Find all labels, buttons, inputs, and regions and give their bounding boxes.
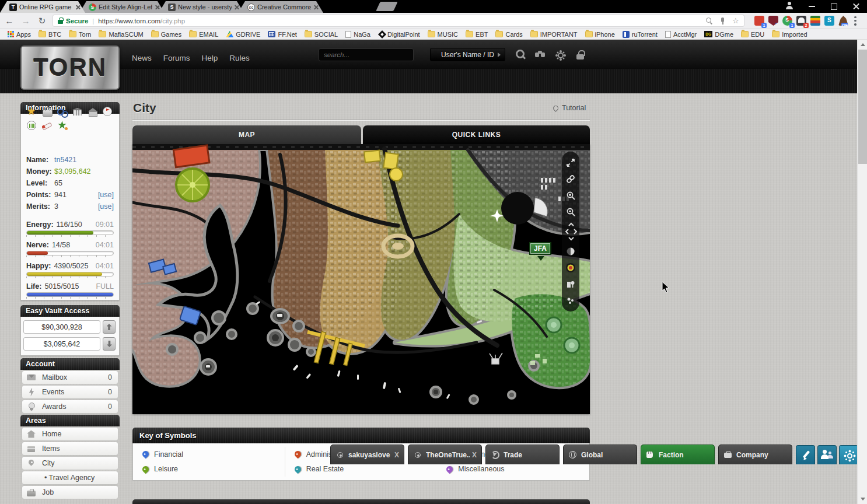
landmarks-icon[interactable] xyxy=(564,278,577,290)
locate-icon[interactable] xyxy=(564,261,577,274)
user-dropdown[interactable]: User's Name / ID xyxy=(430,48,505,61)
bookmark-item[interactable]: SOCIAL xyxy=(305,31,338,38)
chat-tab[interactable]: Global xyxy=(563,444,637,464)
browser-tab[interactable]: Online RPG game | TORN xyxy=(0,1,85,13)
nav-link[interactable]: News xyxy=(132,54,152,62)
close-button[interactable] xyxy=(845,0,867,13)
bookmark-item[interactable]: IMPORTANT xyxy=(530,31,578,38)
bookmark-item[interactable]: MUSIC xyxy=(428,31,458,38)
star-icon[interactable] xyxy=(26,106,38,117)
briefcase-icon[interactable] xyxy=(41,106,53,117)
chat-tab[interactable]: TheOneTrue...X xyxy=(408,444,482,464)
area-item[interactable]: City xyxy=(22,456,118,470)
chain-icon[interactable] xyxy=(57,106,68,117)
compose-icon[interactable] xyxy=(796,445,815,464)
tutorial-link[interactable]: Tutorial xyxy=(553,104,586,112)
people-icon[interactable] xyxy=(817,445,837,464)
bookmark-item[interactable]: EBT xyxy=(466,31,488,38)
city-map[interactable]: JFA xyxy=(132,144,590,414)
settings-icon[interactable] xyxy=(839,445,858,464)
bookmark-item[interactable]: Torn xyxy=(69,31,91,38)
area-item[interactable]: Home xyxy=(22,427,118,441)
nav-link[interactable]: Forums xyxy=(163,54,190,62)
area-item[interactable]: Job xyxy=(22,485,118,499)
scroll-up-icon[interactable] xyxy=(858,40,867,50)
browser-tab[interactable]: Creative Commons — A xyxy=(238,1,323,13)
estate-icon[interactable] xyxy=(87,106,99,117)
bookmark-item[interactable]: Cards xyxy=(495,31,522,38)
url-path[interactable]: /city.php xyxy=(160,18,185,24)
nav-link[interactable]: Help xyxy=(202,54,218,62)
back-button[interactable]: ← xyxy=(2,14,16,28)
bookmark-item[interactable]: DG DGme xyxy=(704,31,733,38)
forward-button[interactable]: → xyxy=(19,14,33,28)
extension-icon[interactable]: 2 xyxy=(796,16,806,26)
vault-deposit-button[interactable] xyxy=(103,320,116,334)
pan-icon[interactable] xyxy=(564,222,577,242)
tab-close-icon[interactable] xyxy=(234,5,239,10)
tab-close-icon[interactable] xyxy=(75,5,81,10)
addiction-icon[interactable] xyxy=(41,120,53,131)
lock-icon[interactable] xyxy=(575,50,586,60)
bookmark-item[interactable]: ruTorrent xyxy=(623,31,658,38)
chat-close-icon[interactable]: X xyxy=(472,451,477,459)
chat-close-icon[interactable]: X xyxy=(394,451,399,459)
bookmark-item[interactable]: EMAIL xyxy=(189,31,218,38)
bookmark-item[interactable]: Imported xyxy=(772,31,807,38)
scrollbar[interactable] xyxy=(857,40,867,504)
racing-icon[interactable] xyxy=(102,106,114,117)
bookmark-item[interactable]: BTC xyxy=(39,31,61,38)
bookmark-item[interactable]: Apps xyxy=(8,31,31,38)
account-item[interactable]: Events 0 xyxy=(22,385,118,399)
browser-tab[interactable]: New style - userstyles.or xyxy=(159,1,244,13)
bank-icon[interactable] xyxy=(72,106,83,117)
chat-tab[interactable]: Trade xyxy=(485,444,560,464)
chat-tab[interactable]: Faction xyxy=(641,444,715,464)
gear-icon[interactable] xyxy=(555,50,565,60)
chat-tab[interactable]: sakuyasloveX xyxy=(330,444,404,464)
extension-icon[interactable]: OFF xyxy=(838,16,848,26)
map-marker-jfa[interactable]: JFA xyxy=(529,242,551,255)
minimize-button[interactable] xyxy=(800,0,823,13)
bookmark-item[interactable]: DigitalPoint xyxy=(378,31,420,38)
refresh-button[interactable]: ↻ xyxy=(35,14,49,28)
extension-icon[interactable] xyxy=(810,16,820,26)
area-item[interactable]: • Travel Agency xyxy=(22,471,118,485)
bookmark-item[interactable]: iPhone xyxy=(585,31,615,38)
contrast-icon[interactable] xyxy=(564,245,577,258)
nav-link[interactable]: Rules xyxy=(229,54,250,62)
vault-money-input[interactable] xyxy=(23,337,100,351)
site-search-input[interactable] xyxy=(319,48,414,61)
tab-map[interactable]: MAP xyxy=(132,125,361,144)
account-item[interactable]: Mailbox 0 xyxy=(22,370,118,384)
tab-close-icon[interactable] xyxy=(155,5,160,10)
extension-icon[interactable] xyxy=(824,16,834,26)
bookmark-item[interactable]: FF.Net xyxy=(268,31,296,38)
scroll-down-icon[interactable] xyxy=(858,494,867,504)
vault-withdraw-button[interactable] xyxy=(103,337,116,351)
stats-icon[interactable] xyxy=(26,120,38,131)
use-link[interactable]: [use] xyxy=(98,191,114,199)
browser-tab[interactable]: Edit Style Align-Left Torn xyxy=(79,1,165,13)
security-label[interactable]: Secure xyxy=(66,18,88,24)
bookmark-item[interactable]: EDU xyxy=(741,31,764,38)
vault-balance-input[interactable] xyxy=(23,320,100,334)
zoom-icon[interactable] xyxy=(705,17,714,25)
extension-icon[interactable]: 1 xyxy=(782,16,792,26)
expand-icon[interactable] xyxy=(564,156,577,169)
link-icon[interactable] xyxy=(564,173,577,186)
bookmark-item[interactable]: AcctMgr xyxy=(665,31,697,38)
zoom-in-icon[interactable] xyxy=(564,189,577,202)
zoom-out-icon[interactable] xyxy=(564,205,577,218)
account-item[interactable]: Awards 0 xyxy=(22,400,118,414)
cluster-icon[interactable] xyxy=(564,294,577,307)
bookmark-item[interactable]: NaGa xyxy=(345,31,370,38)
pin-icon[interactable] xyxy=(719,17,727,25)
tab-quick-links[interactable]: QUICK LINKS xyxy=(363,125,590,144)
bookmark-item[interactable]: Games xyxy=(151,31,181,38)
chat-tab[interactable]: Company xyxy=(718,444,792,464)
bookmark-item[interactable]: MafiaSCUM xyxy=(99,31,143,38)
url-base[interactable]: https://www.torn.com xyxy=(98,18,160,24)
binoculars-icon[interactable] xyxy=(535,50,546,60)
area-item[interactable]: Items xyxy=(22,442,118,456)
